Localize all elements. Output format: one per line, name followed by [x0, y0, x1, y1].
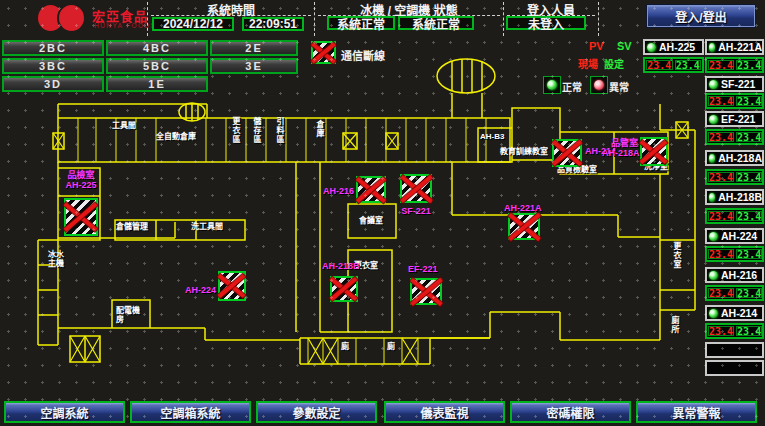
monitor-ah-225[interactable]: AH-225 [643, 39, 704, 55]
pv-value: 23.4 [708, 60, 734, 70]
status-led [647, 43, 656, 52]
monitor-ah-218b[interactable]: AH-218B [705, 189, 764, 205]
sv-value: 23.4 [736, 326, 762, 336]
status-led [709, 271, 718, 280]
sv-label: SV [617, 40, 632, 52]
monitor-values-ah-224: 23.423.4 [705, 246, 764, 262]
room-label: 廁 [387, 342, 401, 351]
room-label: 倉儲管理 [116, 222, 162, 231]
monitor-name: AH-216 [721, 269, 757, 281]
monitor-values-ah-218a: 23.423.4 [705, 169, 764, 185]
sv-value: 23.4 [736, 96, 762, 106]
sv-value: 23.4 [736, 172, 762, 182]
comm-loss-label: 通信斷線 [341, 47, 385, 63]
monitor-values-ah-218b: 23.423.4 [705, 208, 764, 224]
sv-value: 23.4 [736, 288, 762, 298]
device-commloss-icon-ah-221a[interactable] [508, 213, 540, 240]
status-led [709, 232, 718, 241]
room-label: 更衣室 [672, 242, 681, 269]
room-label: 倉庫 [315, 120, 324, 138]
device-commloss-icon-ah-225[interactable] [64, 198, 98, 236]
monitor-name: AH-221A [718, 41, 762, 53]
monitor-ah-218a[interactable]: AH-218A [705, 150, 764, 166]
monitor-sf-221[interactable]: SF-221 [705, 76, 764, 92]
room-label: 更衣區 [231, 117, 240, 144]
hmi-screen: 宏亞食品 HUNYA FOODS 系統時間 2024/12/12 22:09:5… [0, 0, 765, 426]
room-label: 儲存區 [252, 117, 261, 144]
sv-value: 23.4 [736, 132, 762, 142]
device-tag-ah-221a: AH-221A [504, 203, 550, 213]
status-led [709, 43, 715, 52]
monitor-name: AH-225 [659, 41, 695, 53]
pv-value: 23.4 [708, 96, 734, 106]
normal-led-box [543, 76, 561, 94]
monitor-ef-221[interactable]: EF-221 [705, 111, 764, 127]
device-tag-sf-221: SF-221 [396, 206, 436, 216]
monitor-name: AH-218B [718, 191, 762, 203]
device-commloss-icon-ah-214[interactable] [552, 139, 582, 167]
room-label: 冰水主機 [48, 250, 70, 268]
pv-value: 23.4 [708, 288, 734, 298]
monitor-ah-224[interactable]: AH-224 [705, 228, 764, 244]
pv-desc-label: 現場 [578, 56, 598, 71]
device-tag-ah-216: AH-216 [320, 186, 354, 196]
device-tag-ah-218b: AH-218B [322, 261, 366, 271]
device-tag-ah-224: AH-224 [178, 285, 216, 295]
room-label: 工具間 [112, 121, 136, 130]
monitor-values-ah-225: 23.423.4 [643, 57, 704, 73]
monitor-empty-slot [705, 360, 764, 376]
monitor-values-sf-221: 23.423.4 [705, 93, 764, 109]
room-label: 廁所 [670, 316, 679, 334]
sv-value: 23.4 [736, 60, 762, 70]
status-led [709, 115, 718, 124]
room-label: 教育訓練教室 [500, 147, 560, 156]
room-label: AH-B3 [480, 132, 512, 141]
monitor-empty-slot [705, 342, 764, 358]
sv-value: 23.4 [736, 249, 762, 259]
room-label: 廁 [341, 342, 355, 351]
pv-value: 23.4 [708, 132, 734, 142]
abnormal-led-box [590, 76, 608, 94]
monitor-values-ef-221: 23.423.4 [705, 129, 764, 145]
device-commloss-icon-ah-218a[interactable] [640, 137, 668, 166]
pv-value: 23.4 [708, 326, 734, 336]
room-label: 配電機房 [116, 306, 142, 324]
normal-led [547, 80, 557, 90]
normal-label: 正常 [562, 79, 582, 94]
monitor-name: AH-214 [721, 307, 757, 319]
sv-value: 23.4 [675, 60, 702, 70]
monitor-name: EF-221 [721, 113, 755, 125]
pv-value: 23.4 [708, 249, 734, 259]
monitor-ah-216[interactable]: AH-216 [705, 267, 764, 283]
monitor-name: SF-221 [721, 78, 755, 90]
room-label: 洗工具間 [191, 222, 237, 231]
pv-value: 23.4 [646, 60, 673, 70]
device-tag-ah-218a: 品管室AH-218A [602, 138, 638, 158]
comm-loss-icon [311, 41, 336, 64]
pv-value: 23.4 [708, 211, 734, 221]
abnormal-label: 異常 [609, 79, 629, 94]
device-commloss-icon-sf-221[interactable] [400, 174, 432, 203]
device-commloss-icon-ah-216[interactable] [356, 176, 386, 203]
monitor-values-ah-214: 23.423.4 [705, 323, 764, 339]
room-label: 引料區 [275, 117, 284, 144]
monitor-values-ah-221a: 23.423.4 [705, 57, 764, 73]
device-tag-ef-221: EF-221 [408, 264, 448, 274]
status-led [709, 309, 718, 318]
device-commloss-icon-ah-224[interactable] [218, 271, 246, 301]
device-commloss-icon-ef-221[interactable] [410, 278, 442, 305]
status-led [709, 193, 715, 202]
device-commloss-icon-ah-218b[interactable] [330, 276, 358, 302]
pv-value: 23.4 [708, 172, 734, 182]
room-label: 會議室 [359, 216, 395, 225]
sv-desc-label: 設定 [604, 56, 624, 71]
monitor-name: AH-224 [721, 230, 757, 242]
monitor-ah-214[interactable]: AH-214 [705, 305, 764, 321]
device-tag-ah-225: 品檢室AH-225 [54, 170, 108, 190]
room-label: 全自動倉庫 [156, 132, 218, 141]
monitor-ah-221a[interactable]: AH-221A [705, 39, 764, 55]
abnormal-led [594, 80, 604, 90]
monitor-values-ah-216: 23.423.4 [705, 285, 764, 301]
pv-label: PV [589, 40, 604, 52]
status-led [709, 154, 715, 163]
